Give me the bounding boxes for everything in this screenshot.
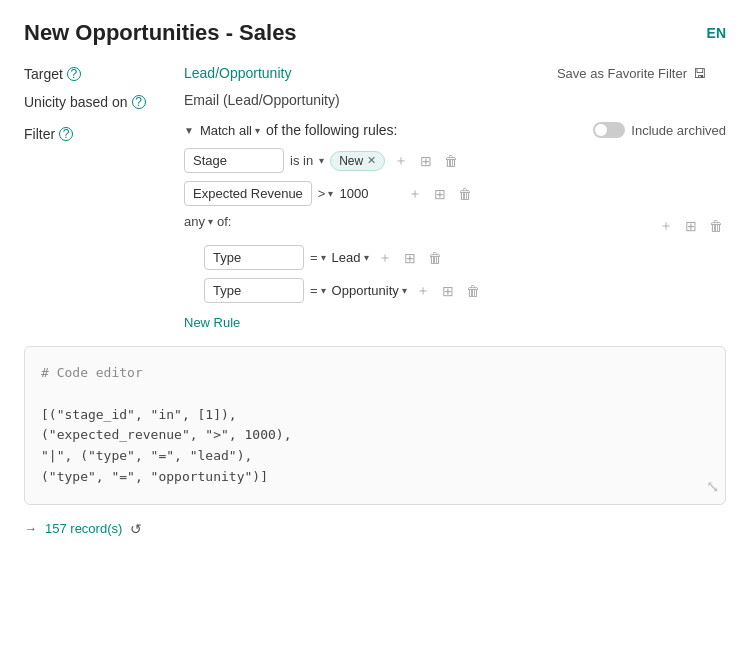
revenue-field[interactable]: Expected Revenue [184,181,312,206]
target-value[interactable]: Lead/Opportunity [184,65,291,81]
type-opp-add-btn[interactable]: ＋ [413,280,433,302]
code-line4: ("type", "=", "opportunity")] [41,467,709,488]
stage-op: is in [290,153,313,168]
footer-row: → 157 record(s) ↺ [24,521,726,537]
include-archived-row: Include archived [593,122,726,138]
target-help-icon[interactable]: ? [67,67,81,81]
match-all-dropdown[interactable]: Match all ▾ [200,123,260,138]
stage-delete-btn[interactable]: 🗑 [441,151,461,171]
type-opp-branch-btn[interactable]: ⊞ [439,281,457,301]
resize-handle[interactable]: ⤡ [706,474,719,500]
type-lead-op[interactable]: = ▾ [310,250,326,265]
sub-rules: Type = ▾ Lead ▾ ＋ ⊞ 🗑 Type = ▾ [204,245,726,303]
page-title: New Opportunities - Sales [24,20,297,46]
revenue-delete-btn[interactable]: 🗑 [455,184,475,204]
stage-tag-remove[interactable]: ✕ [367,154,376,167]
type-lead-row: Type = ▾ Lead ▾ ＋ ⊞ 🗑 [204,245,726,270]
stage-field[interactable]: Stage [184,148,284,173]
type-lead-val-caret: ▾ [364,252,369,263]
any-of-row: any ▾ of: ＋ ⊞ 🗑 [184,214,726,237]
filter-label: Filter ? [24,122,184,142]
type-opp-op[interactable]: = ▾ [310,283,326,298]
type-opp-value-dropdown[interactable]: Opportunity ▾ [332,283,407,298]
code-line2: ("expected_revenue", ">", 1000), [41,425,709,446]
type-lead-field[interactable]: Type [204,245,304,270]
stage-branch-btn[interactable]: ⊞ [417,151,435,171]
type-lead-value-dropdown[interactable]: Lead ▾ [332,250,369,265]
stage-rule-row: Stage is in ▾ New ✕ ＋ ⊞ 🗑 [184,148,726,173]
any-delete-btn[interactable]: 🗑 [706,216,726,236]
stage-add-btn[interactable]: ＋ [391,150,411,172]
revenue-op-caret: ▾ [328,188,333,199]
type-opp-delete-btn[interactable]: 🗑 [463,281,483,301]
language-badge[interactable]: EN [707,25,726,41]
filter-content: ▼ Match all ▾ of the following rules: In… [184,122,726,346]
any-branch-btn[interactable]: ⊞ [682,216,700,236]
include-archived-toggle[interactable] [593,122,625,138]
type-lead-add-btn[interactable]: ＋ [375,247,395,269]
unicity-value: Email (Lead/Opportunity) [184,92,340,108]
filter-section: Filter ? ▼ Match all ▾ of the following … [24,122,726,346]
type-lead-op-caret: ▾ [321,252,326,263]
type-lead-delete-btn[interactable]: 🗑 [425,248,445,268]
type-opp-op-caret: ▾ [321,285,326,296]
revenue-value: 1000 [339,186,399,201]
code-line3: "|", ("type", "=", "lead"), [41,446,709,467]
revenue-branch-btn[interactable]: ⊞ [431,184,449,204]
new-rule-button[interactable]: New Rule [184,315,240,330]
type-opp-field[interactable]: Type [204,278,304,303]
type-lead-branch-btn[interactable]: ⊞ [401,248,419,268]
target-label: Target ? [24,64,184,82]
save-icon: 🖫 [693,66,706,81]
stage-op-caret: ▾ [319,155,324,166]
any-of-dropdown[interactable]: any ▾ [184,214,213,229]
save-filter-button[interactable]: Save as Favorite Filter 🖫 [557,66,726,81]
unicity-label: Unicity based on ? [24,92,184,110]
code-editor[interactable]: # Code editor [("stage_id", "in", [1]), … [24,346,726,505]
target-row: Target ? Lead/Opportunity Save as Favori… [24,64,726,82]
match-down-caret: ▼ [184,125,194,136]
footer-arrow-icon: → [24,521,37,536]
match-row: ▼ Match all ▾ of the following rules: In… [184,122,726,138]
code-comment: # Code editor [41,363,709,384]
match-caret-icon: ▾ [255,125,260,136]
revenue-add-btn[interactable]: ＋ [405,183,425,205]
filter-help-icon[interactable]: ? [59,127,73,141]
any-of-inner: any ▾ of: [184,214,231,229]
any-caret: ▾ [208,216,213,227]
code-line1: [("stage_id", "in", [1]), [41,405,709,426]
page-header: New Opportunities - Sales EN [24,20,726,46]
type-opp-row: Type = ▾ Opportunity ▾ ＋ ⊞ 🗑 [204,278,726,303]
type-opp-val-caret: ▾ [402,285,407,296]
revenue-op-dropdown[interactable]: > ▾ [318,186,334,201]
refresh-icon[interactable]: ↺ [130,521,142,537]
any-add-btn[interactable]: ＋ [656,215,676,237]
unicity-row: Unicity based on ? Email (Lead/Opportuni… [24,92,726,110]
records-count[interactable]: 157 record(s) [45,521,122,536]
revenue-rule-row: Expected Revenue > ▾ 1000 ＋ ⊞ 🗑 [184,181,726,206]
stage-value-tag: New ✕ [330,151,385,171]
unicity-help-icon[interactable]: ? [132,95,146,109]
